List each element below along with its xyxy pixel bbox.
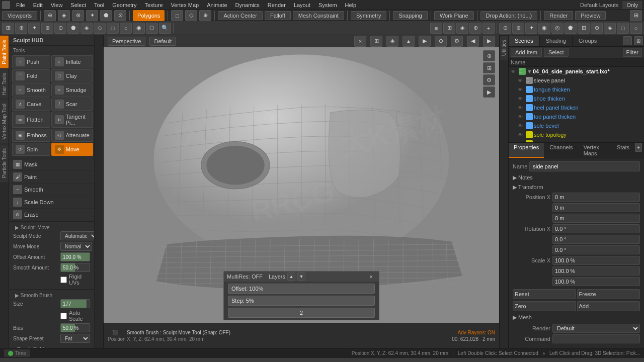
tool-move[interactable]: ✥ Move — [51, 143, 93, 156]
tb2-r1[interactable]: ≡ — [430, 23, 442, 34]
side-tab-paint[interactable]: Paint Tools — [0, 35, 9, 68]
side-tab-particle[interactable]: Particle Tools — [0, 144, 9, 182]
menu-system[interactable]: System — [314, 1, 341, 9]
tree-sole-bevel[interactable]: 👁 □ sole bevel — [509, 121, 644, 130]
tb2-r6[interactable]: ⊙ — [499, 23, 511, 34]
tb2-r5[interactable]: + — [482, 23, 495, 34]
vp-fit-icon[interactable]: ⊞ — [483, 62, 495, 73]
falloff-btn[interactable]: Falloff — [265, 11, 291, 20]
rigid-uvs-checkbox[interactable] — [60, 277, 67, 283]
tb2-icon10[interactable]: ○ — [120, 23, 132, 34]
menu-file[interactable]: File — [12, 1, 29, 9]
vp-icon3[interactable]: ◈ — [386, 36, 398, 47]
snapping-btn[interactable]: Snapping — [393, 11, 428, 20]
tree-tongue-thicken[interactable]: 👁 □ tongue thicken — [509, 85, 644, 94]
eye-icon-sleeve[interactable]: 👁 — [518, 78, 525, 83]
menu-view[interactable]: View — [47, 1, 67, 9]
vp-icon5[interactable]: ▶ — [419, 36, 431, 47]
tool-flatten[interactable]: ═ Flatten — [12, 112, 50, 128]
tb2-r14[interactable]: ◈ — [604, 23, 616, 34]
select-btn[interactable]: Select — [544, 48, 569, 57]
add-transform-btn[interactable]: Add — [577, 301, 640, 311]
tb2-icon4[interactable]: ⊗ — [41, 23, 53, 34]
tree-sleeve-panel[interactable]: 👁 □ sleeve panel — [509, 76, 644, 85]
scale-z-input[interactable] — [552, 277, 640, 286]
pos-x-input[interactable] — [552, 193, 640, 202]
tb-icon1[interactable]: ⊕ — [44, 10, 56, 21]
work-plane-btn[interactable]: Work Plane — [434, 11, 474, 20]
tb2-r3[interactable]: ◈ — [456, 23, 468, 34]
menu-select[interactable]: Select — [66, 1, 90, 9]
tb-icon2[interactable]: ◈ — [58, 10, 70, 21]
tab-shading[interactable]: Shading — [540, 36, 573, 46]
vp-icon6[interactable]: ⊙ — [435, 36, 447, 47]
eye-icon-root[interactable]: 👁 — [511, 69, 518, 74]
erase-label[interactable]: Erase — [24, 212, 39, 218]
tool-smooth[interactable]: ~ Smooth — [12, 83, 50, 97]
polygons-btn[interactable]: Polygons — [133, 10, 165, 21]
eye-icon-heel-t[interactable]: 👁 — [518, 105, 525, 111]
rot-x-input[interactable] — [552, 224, 640, 233]
tab-channels[interactable]: Channels — [544, 143, 578, 158]
size-slider[interactable]: 177 — [60, 299, 90, 308]
menu-vertexmap[interactable]: Vertex Map — [167, 1, 203, 9]
tools-label[interactable]: Tools — [11, 47, 92, 54]
tb2-icon9[interactable]: □ — [107, 23, 119, 34]
menu-dynamics[interactable]: Dynamics — [231, 1, 264, 9]
perspective-btn[interactable]: Perspective — [108, 37, 145, 46]
zero-btn[interactable]: Zero — [513, 301, 576, 311]
tb2-r2[interactable]: ⊞ — [443, 23, 455, 34]
tb-icon9[interactable]: ⊕ — [199, 10, 211, 21]
tb2-r13[interactable]: ⊕ — [591, 23, 603, 34]
tb-icon8[interactable]: ◇ — [185, 10, 197, 21]
mr-close-btn[interactable]: × — [367, 273, 376, 281]
scene-expand-btn[interactable]: ⊞ — [634, 36, 643, 45]
tb-icon7[interactable]: □ — [171, 10, 183, 21]
tool-clay[interactable]: □ Clay — [51, 69, 93, 82]
side-tab-utilities[interactable]: Utilities — [500, 35, 508, 60]
menu-animate[interactable]: Animate — [203, 1, 231, 9]
scale-y-input[interactable] — [552, 266, 640, 276]
menu-geometry[interactable]: Geometry — [108, 1, 140, 9]
symmetry-btn[interactable]: Symmetry — [351, 11, 387, 20]
vp-settings-icon[interactable]: ⚙ — [483, 74, 495, 85]
add-item-btn[interactable]: Add Item — [511, 48, 542, 57]
tool-tangent[interactable]: π Tangent Pi... — [51, 112, 93, 128]
tab-stats[interactable]: Stats — [612, 143, 634, 158]
tb2-r11[interactable]: ⬟ — [565, 23, 577, 34]
menu-tool[interactable]: Tool — [90, 1, 108, 9]
offset-amount-slider[interactable]: 100.0 % — [60, 252, 90, 261]
tool-carve[interactable]: ∧ Carve — [12, 98, 50, 111]
eye-icon-sole-b[interactable]: 👁 — [518, 123, 525, 129]
tool-scar[interactable]: / Scar — [51, 98, 93, 111]
smooth-brush-title[interactable]: ▶ Smooth Brush — [13, 292, 90, 299]
tb2-icon2[interactable]: ⊕ — [15, 23, 27, 34]
smooth-amount-slider[interactable]: 50.0 % — [60, 263, 90, 272]
eye-icon-toe-t[interactable]: 👁 — [518, 114, 525, 120]
mr-up-btn[interactable]: ▲ — [287, 273, 295, 281]
menu-render[interactable]: Render — [264, 1, 290, 9]
menu-texture[interactable]: Texture — [140, 1, 167, 9]
vp-icon1[interactable]: × — [354, 36, 366, 47]
menu-edit[interactable]: Edit — [29, 1, 47, 9]
tool-spin[interactable]: ↺ Spin — [12, 143, 50, 156]
eye-icon-tongue-t[interactable]: 👁 — [518, 87, 525, 93]
tree-sole-topology[interactable]: 👁 □ sole topology — [509, 130, 644, 139]
pos-y-input[interactable] — [552, 203, 640, 212]
tree-shoe-thicken[interactable]: 👁 □ shoe thicken — [509, 94, 644, 103]
side-tab-vertex[interactable]: Vertex Map Tool — [0, 99, 9, 144]
tb2-icon5[interactable]: ⊙ — [54, 23, 66, 34]
smooth-btn[interactable]: ~ Smooth — [9, 184, 94, 196]
vp-nav1[interactable]: ◀ — [467, 36, 479, 47]
tb2-r10[interactable]: ◎ — [551, 23, 564, 34]
tab-groups[interactable]: Groups — [573, 36, 603, 46]
menu-help[interactable]: Help — [341, 1, 361, 9]
eye-icon-sole-top[interactable]: 👁 — [518, 132, 525, 138]
default-btn[interactable]: Default — [149, 37, 176, 46]
sculpt-mode-dropdown[interactable]: Automatic — [60, 231, 94, 240]
tab-vertex-maps[interactable]: Vertex Maps — [579, 143, 611, 158]
props-expand-btn[interactable]: + — [635, 143, 642, 152]
tb-icon4[interactable]: ✦ — [86, 10, 98, 21]
render-btn[interactable]: Render — [544, 11, 573, 20]
tb2-search[interactable]: 🔍 — [159, 23, 171, 34]
